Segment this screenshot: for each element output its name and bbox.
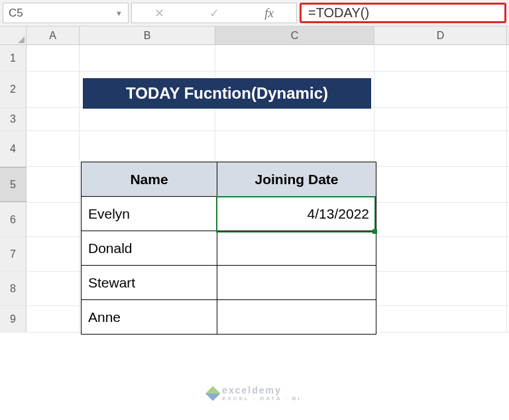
table-row: Evelyn 4/13/2022 [82,197,376,231]
cell-A1[interactable] [27,45,80,71]
cell-A8[interactable] [27,272,80,305]
row-header-4[interactable]: 4 [0,131,27,166]
confirm-icon[interactable]: ✓ [209,6,219,21]
cell-D5[interactable] [374,167,507,202]
header-name[interactable]: Name [82,162,217,197]
column-headers: A B C D [0,26,509,45]
formula-bar: C5 ▼ ✕ ✓ fx =TODAY() [0,0,509,26]
cell-A4[interactable] [27,131,80,166]
row-1: 1 [0,45,509,72]
formula-text: =TODAY() [308,5,369,21]
dropdown-arrow-icon[interactable]: ▼ [115,9,123,17]
select-all-corner[interactable] [0,26,27,44]
cell-D6[interactable] [374,203,507,236]
date-cell[interactable] [217,266,376,300]
row-header-2[interactable]: 2 [0,72,27,107]
column-header-D[interactable]: D [374,26,507,44]
cell-A3[interactable] [27,108,80,131]
cell-D7[interactable] [374,237,507,271]
column-header-A[interactable]: A [27,26,80,44]
cell-A7[interactable] [27,237,80,271]
watermark: exceldemy EXCEL · DATA · BI [207,385,302,401]
row-header-8[interactable]: 8 [0,272,27,305]
row-header-9[interactable]: 9 [0,306,27,332]
cell-A5[interactable] [27,167,80,202]
formula-bar-buttons: ✕ ✓ fx [131,3,297,23]
cell-reference: C5 [9,7,23,20]
row-header-3[interactable]: 3 [0,108,27,131]
name-cell[interactable]: Stewart [82,266,217,300]
cancel-icon[interactable]: ✕ [154,6,164,21]
cell-C1[interactable] [215,45,374,71]
name-cell[interactable]: Evelyn [82,197,217,231]
watermark-tagline: EXCEL · DATA · BI [222,395,302,401]
table-row: Stewart [82,266,376,300]
row-header-6[interactable]: 6 [0,203,27,236]
cell-A2[interactable] [27,72,80,107]
cell-D3[interactable] [374,108,507,131]
cell-D1[interactable] [374,45,507,71]
row-header-7[interactable]: 7 [0,237,27,271]
date-cell[interactable] [217,231,376,266]
row-header-1[interactable]: 1 [0,45,27,71]
page-title: TODAY Fucntion(Dynamic) [83,78,371,109]
logo-icon [205,386,221,401]
cell-D9[interactable] [374,306,507,332]
cell-A6[interactable] [27,203,80,236]
row-3: 3 [0,108,509,131]
name-box[interactable]: C5 ▼ [3,3,129,23]
name-cell[interactable]: Anne [82,300,217,335]
cell-B1[interactable] [80,45,215,71]
date-cell[interactable] [217,300,376,335]
cell-C3[interactable] [215,108,374,131]
column-header-B[interactable]: B [80,26,215,44]
cell-D4[interactable] [374,131,507,166]
spreadsheet-grid[interactable]: A B C D 1 2 3 4 5 6 [0,26,509,420]
fx-icon[interactable]: fx [264,6,274,21]
header-date[interactable]: Joining Date [217,162,376,197]
table-row: Donald [82,231,376,266]
cell-D2[interactable] [374,72,507,107]
name-cell[interactable]: Donald [82,231,217,266]
cell-D8[interactable] [374,272,507,305]
table-row: Anne [82,300,376,335]
row-header-5[interactable]: 5 [0,167,27,202]
table-header-row: Name Joining Date [82,162,376,197]
data-table: Name Joining Date Evelyn 4/13/2022 Donal… [81,162,376,335]
watermark-brand: exceldemy [222,385,282,395]
column-header-C[interactable]: C [215,26,374,44]
date-cell[interactable]: 4/13/2022 [217,197,376,231]
cell-A9[interactable] [27,306,80,332]
cell-B3[interactable] [80,108,215,131]
formula-input[interactable]: =TODAY() [300,3,506,23]
